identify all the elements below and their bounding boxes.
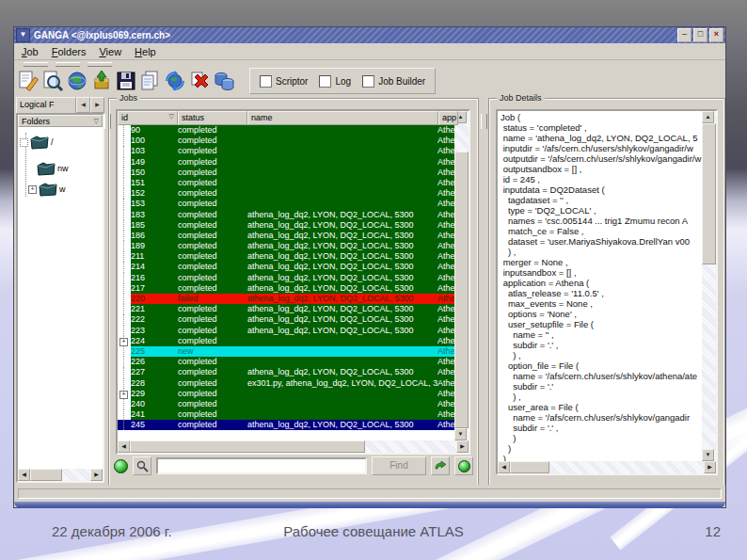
scroll-left-icon[interactable]: ◀ [498,461,510,473]
table-row[interactable]: + 227 completed athena_log_dq2, LYON, DQ… [118,367,454,377]
find-job-icon[interactable] [41,70,64,92]
tree-item-nw[interactable]: nw [37,161,69,176]
kill-job-icon[interactable] [188,70,211,92]
scroll-down-icon[interactable]: ▼ [454,428,467,440]
menu-help[interactable]: Help [135,46,156,57]
table-row[interactable]: + 224 completed Athena [118,336,454,346]
scrollbar-thumb[interactable] [702,123,716,264]
globe-icon[interactable] [66,70,88,92]
job-builder-toggle[interactable]: Job Builder [362,75,425,88]
table-row[interactable]: + 153 completed Athena [118,199,454,209]
sync-globe-icon[interactable] [164,70,186,92]
log-toggle[interactable]: Log [319,75,351,88]
tab-scroll-right-icon[interactable]: ▶ [90,97,104,113]
copy-job-icon[interactable] [139,70,162,92]
tab-scroll-left-icon[interactable]: ◀ [76,97,90,113]
column-header-status[interactable]: status [178,111,247,125]
cell-app: Athena [437,367,454,377]
tree-item-root[interactable]: / [20,135,54,150]
table-row[interactable]: + 90 completed Athena [118,125,454,136]
job-builder-checkbox[interactable] [362,75,374,88]
table-row[interactable]: + 245 completed athena_log_dq2, LYON, DQ… [118,420,454,430]
job-details-view[interactable]: Job ( status = 'completed' , name = 'ath… [496,109,718,475]
cell-name: athena_log_dq2, LYON, DQ2_LOCAL, 5300 [247,294,437,304]
jobs-hscrollbar[interactable]: ◀ ▶ [118,440,469,453]
find-button[interactable]: Find [372,456,426,475]
go-button[interactable] [454,456,473,475]
tree-root-expander-icon[interactable] [20,138,28,147]
cell-status: completed [178,326,247,336]
search-button[interactable] [133,456,151,475]
menu-folders[interactable]: Folders [52,46,87,57]
scrollbar-thumb[interactable] [30,469,62,481]
column-header-name[interactable]: name [247,111,438,125]
table-row[interactable]: + 100 completed Athena [118,136,454,146]
table-row[interactable]: + 241 completed Athena [118,409,454,420]
table-row[interactable]: + 240 completed Athena [118,399,454,409]
table-row[interactable]: + 220 failed athena_log_dq2, LYON, DQ2_L… [118,294,454,304]
menu-job[interactable]: Job [22,46,39,57]
table-row[interactable]: + 152 completed Athena [118,188,454,199]
scroll-left-icon[interactable]: ◀ [18,469,30,481]
table-row[interactable]: + 225 new Athena [118,346,454,357]
close-button[interactable]: × [709,28,723,42]
table-row[interactable]: + 214 completed athena_log_dq2, LYON, DQ… [118,262,454,272]
find-input[interactable] [156,457,367,474]
table-row[interactable]: + 229 completed Athena [118,389,454,399]
table-row[interactable]: + 228 completed ex301.py, athena_log_dq2… [118,378,454,389]
submit-job-icon[interactable] [90,70,113,92]
db-copy-icon[interactable] [213,70,235,92]
refresh-button[interactable] [431,456,450,475]
log-checkbox[interactable] [319,75,331,88]
row-expander-icon[interactable]: + [119,338,128,346]
scroll-right-icon[interactable]: ▶ [90,469,103,481]
table-row[interactable]: + 211 completed athena_log_dq2, LYON, DQ… [118,251,454,262]
table-row[interactable]: + 183 completed athena_log_dq2, LYON, DQ… [118,210,454,220]
folders-tree-header[interactable]: Folders ▽ [18,115,103,127]
row-expander-icon[interactable]: + [119,391,128,399]
scrollbar-thumb[interactable] [510,461,549,473]
table-row[interactable]: + 185 completed athena_log_dq2, LYON, DQ… [118,220,454,231]
table-row[interactable]: + 217 completed athena_log_dq2, LYON, DQ… [118,283,454,294]
details-vscrollbar[interactable]: ▲ ▼ [702,111,716,461]
scrollbar-thumb[interactable] [130,440,365,453]
table-row[interactable]: + 150 completed Athena [118,168,454,178]
row-gutter: + [118,136,131,146]
status-orb-icon[interactable] [114,459,128,473]
scroll-right-icon[interactable]: ▶ [704,461,716,473]
window-menu-icon[interactable]: ▼ [16,28,30,42]
scriptor-toggle[interactable]: Scriptor [260,75,308,88]
table-row[interactable]: + 103 completed Athena [118,146,454,156]
new-job-icon[interactable] [17,70,40,92]
table-row[interactable]: + 226 completed Athena [118,357,454,367]
scroll-right-icon[interactable]: ▶ [456,440,469,453]
table-row[interactable]: + 189 completed athena_log_dq2, LYON, DQ… [118,241,454,251]
scroll-left-icon[interactable]: ◀ [118,440,130,453]
jobs-vscrollbar[interactable]: ▲ ▼ [454,111,469,440]
title-bar[interactable]: ▼ GANGA <@lxplus069.cern.ch> – □ × [14,27,725,43]
table-row[interactable]: + 151 completed Athena [118,178,454,188]
table-row[interactable]: + 216 completed athena_log_dq2, LYON, DQ… [118,273,454,283]
column-header-app[interactable]: app [438,111,458,125]
tree-item-w[interactable]: + w [28,182,66,197]
table-row[interactable]: + 222 completed athena_log_dq2, LYON, DQ… [118,314,454,325]
scroll-down-icon[interactable]: ▼ [702,449,714,461]
scriptor-checkbox[interactable] [260,75,272,88]
details-hscrollbar[interactable]: ◀ ▶ [498,461,716,473]
panel-splitter[interactable] [481,114,487,129]
save-icon[interactable] [115,70,137,92]
minimize-button[interactable]: – [677,28,691,42]
table-row[interactable]: + 221 completed athena_log_dq2, LYON, DQ… [118,304,454,314]
table-row[interactable]: + 149 completed Athena [118,157,454,168]
table-row[interactable]: + 186 completed athena_log_dq2, LYON, DQ… [118,231,454,241]
menu-view[interactable]: View [99,46,121,57]
column-header-id[interactable]: id ▽ [118,111,178,125]
scroll-up-icon[interactable]: ▲ [702,111,714,123]
tree-expand-plus-icon[interactable]: + [28,185,37,194]
scrollbar-thumb[interactable] [454,152,469,428]
folder-icon [39,182,57,197]
table-row[interactable]: + 223 completed athena_log_dq2, LYON, DQ… [118,326,454,336]
folders-hscrollbar[interactable]: ◀ ▶ [18,469,103,481]
maximize-button[interactable]: □ [693,28,707,42]
tab-logical-folders[interactable]: Logical F [16,97,76,113]
